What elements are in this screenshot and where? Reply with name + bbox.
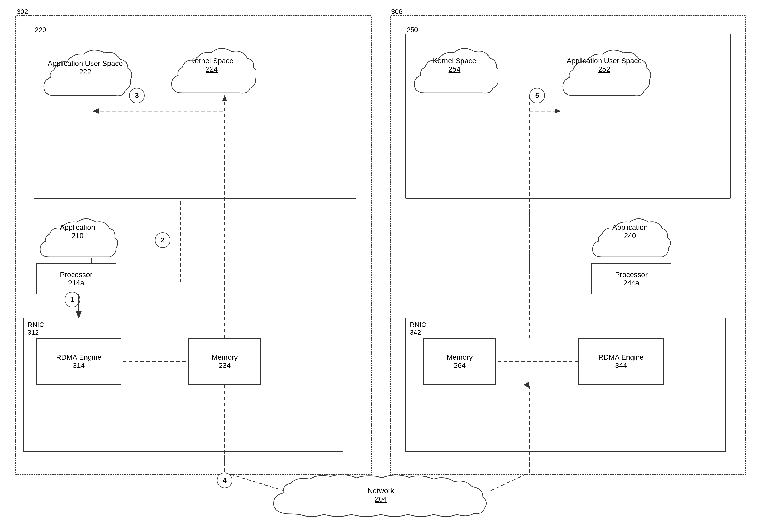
network-cloud: Network 204 <box>271 473 490 524</box>
left-rdma-engine-label: RDMA Engine <box>56 353 101 362</box>
left-kernel-space-label: Kernel Space <box>178 57 245 65</box>
left-application-ref: 210 <box>44 232 111 240</box>
left-rnic-ref: 312 <box>28 329 39 337</box>
svg-line-26 <box>490 473 529 491</box>
left-app-user-space-cloud: Application User Space 222 <box>39 39 132 111</box>
left-processor-box: Processor 214a <box>36 264 116 294</box>
left-kernel-space-cloud: Kernel Space 224 <box>168 39 256 106</box>
left-application-cloud: Application 210 <box>36 212 119 268</box>
right-rdma-engine-box: RDMA Engine 344 <box>578 338 664 385</box>
right-application-ref: 240 <box>597 232 664 240</box>
step-3-badge: 3 <box>129 88 145 103</box>
right-application-cloud: Application 240 <box>589 212 671 268</box>
right-rdma-engine-label: RDMA Engine <box>598 353 644 362</box>
right-memory-label: Memory <box>446 353 473 362</box>
left-memory-ref: 234 <box>219 362 231 370</box>
left-processor-label: Processor <box>60 270 92 279</box>
left-memory-box: Memory 234 <box>188 338 261 385</box>
right-app-user-space-label: Application User Space <box>566 57 643 65</box>
left-application-label: Application <box>44 223 111 232</box>
right-application-label: Application <box>597 223 664 232</box>
step-1-badge: 1 <box>64 292 80 307</box>
right-processor-box: Processor 244a <box>591 264 671 294</box>
step-5-badge: 5 <box>529 88 545 103</box>
right-outer-ref: 306 <box>391 8 402 16</box>
left-memory-label: Memory <box>211 353 238 362</box>
step-2-badge: 2 <box>155 232 170 248</box>
step-4-badge: 4 <box>217 473 232 488</box>
right-kernel-space-ref: 254 <box>420 65 489 73</box>
left-rnic-label: RNIC <box>28 321 44 329</box>
right-kernel-space-cloud: Kernel Space 254 <box>410 39 498 106</box>
left-rdma-engine-ref: 314 <box>73 362 85 370</box>
diagram: 302 220 Application User Space 222 Kerne… <box>0 0 763 532</box>
right-rnic-ref: 342 <box>410 329 421 337</box>
right-memory-box: Memory 264 <box>423 338 496 385</box>
right-processor-label: Processor <box>615 270 648 279</box>
right-memory-ref: 264 <box>454 362 466 370</box>
network-label: Network <box>271 487 490 495</box>
right-rdma-engine-ref: 344 <box>615 362 627 370</box>
left-kernel-space-ref: 224 <box>178 65 245 73</box>
left-app-user-space-ref: 222 <box>47 68 124 76</box>
network-ref: 204 <box>271 495 490 503</box>
left-inner-ref: 220 <box>35 26 46 34</box>
left-rnic-box: RNIC 312 <box>23 318 343 452</box>
right-processor-ref: 244a <box>623 279 639 287</box>
left-app-user-space-label: Application User Space <box>47 59 124 68</box>
right-app-user-space-ref: 252 <box>566 65 643 73</box>
right-rnic-box: RNIC 342 <box>405 318 725 452</box>
left-outer-ref: 302 <box>17 8 28 16</box>
right-rnic-label: RNIC <box>410 321 426 329</box>
right-app-user-space-cloud: Application User Space 252 <box>558 39 651 111</box>
left-rdma-engine-box: RDMA Engine 314 <box>36 338 121 385</box>
left-processor-ref: 214a <box>68 279 84 287</box>
right-kernel-space-label: Kernel Space <box>420 57 489 65</box>
right-inner-ref: 250 <box>407 26 418 34</box>
